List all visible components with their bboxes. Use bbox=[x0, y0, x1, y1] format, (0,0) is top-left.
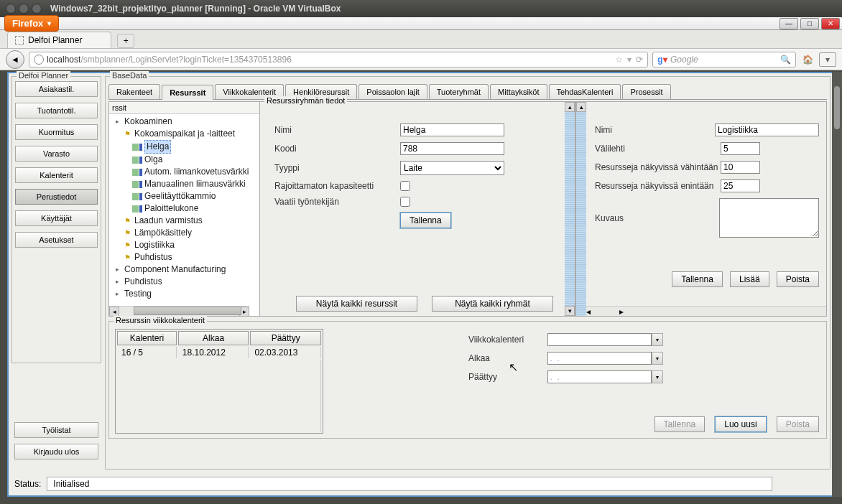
nav-kirjaudu-ulos[interactable]: Kirjaudu ulos bbox=[14, 444, 98, 459]
tree-node[interactable]: Logistiikka bbox=[112, 239, 259, 251]
tab-prosessit[interactable]: Prosessit bbox=[622, 84, 670, 99]
window-close-icon[interactable] bbox=[6, 4, 16, 14]
left-nav: Delfoi Planner Asiakastil.Tuotantotil.Ku… bbox=[11, 76, 101, 470]
vbox-titlebar: Windows7_32bit_projektityo_planner [Runn… bbox=[0, 0, 842, 17]
back-button[interactable]: ◄ bbox=[6, 50, 24, 69]
tree-node[interactable]: Lämpökäsittely bbox=[112, 227, 259, 239]
url-bar[interactable]: localhost/smbplanner/LoginServlet?loginT… bbox=[29, 52, 648, 67]
tree-node[interactable]: Geelitäyttökammio bbox=[112, 190, 259, 202]
table-row[interactable]: 16 / 5 18.10.2012 02.03.2013 bbox=[117, 347, 321, 358]
tree-node[interactable]: Laadun varmistus bbox=[112, 215, 259, 227]
textarea-group-desc[interactable] bbox=[719, 198, 819, 238]
save-resource-button[interactable]: Tallenna bbox=[400, 213, 451, 228]
nav-käyttäjät[interactable]: Käyttäjät bbox=[15, 210, 98, 226]
scroll-left-icon[interactable]: ◂ bbox=[109, 307, 119, 317]
bookmark-star-icon[interactable]: ☆ bbox=[615, 55, 623, 65]
input-start[interactable] bbox=[547, 352, 652, 365]
tree-node[interactable]: Olga bbox=[112, 154, 259, 166]
page-icon bbox=[15, 36, 24, 45]
tree-node[interactable]: Kokoamispaikat ja -laitteet bbox=[112, 128, 259, 140]
maximize-icon[interactable]: □ bbox=[800, 18, 819, 29]
tree-node[interactable]: Testing bbox=[112, 288, 259, 300]
checkbox-needs-worker[interactable] bbox=[400, 197, 410, 207]
nav-tuotantotil.[interactable]: Tuotantotil. bbox=[15, 103, 98, 118]
dropdown-icon[interactable]: ▾ bbox=[627, 55, 632, 65]
search-icon[interactable]: 🔍 bbox=[780, 55, 791, 65]
input-end[interactable] bbox=[547, 370, 652, 383]
label-koodi: Koodi bbox=[274, 144, 400, 154]
input-group-tab[interactable] bbox=[721, 142, 760, 155]
nav-perustiedot[interactable]: Perustiedot bbox=[15, 189, 98, 205]
label-tyyppi: Tyyppi bbox=[274, 163, 400, 173]
tree-hscroll[interactable]: ◂ ▸ bbox=[109, 306, 249, 316]
input-group-max[interactable] bbox=[721, 179, 760, 192]
cal-new-button[interactable]: Luo uusi bbox=[715, 416, 766, 432]
cal-col-2[interactable]: Päättyy bbox=[250, 331, 321, 345]
tree-node[interactable]: Helga bbox=[112, 140, 259, 154]
scroll-up-icon[interactable]: ▴ bbox=[576, 102, 586, 112]
select-tyyppi[interactable]: Laite bbox=[400, 161, 504, 175]
input-nimi[interactable] bbox=[400, 123, 504, 136]
group-vstripe[interactable]: ▴ bbox=[576, 102, 586, 316]
tree-node[interactable]: Manuaalinen liimausvärkki bbox=[112, 178, 259, 190]
show-all-groups-button[interactable]: Näytä kaikki ryhmät bbox=[432, 296, 553, 312]
status-bar: Status: Initialised bbox=[11, 475, 831, 493]
window-max-icon[interactable] bbox=[32, 4, 42, 14]
group-delete-button[interactable]: Poista bbox=[777, 271, 819, 287]
dropdown-icon[interactable]: ▾ bbox=[652, 352, 663, 365]
google-icon: g▾ bbox=[657, 55, 667, 65]
reload-icon[interactable]: ⟳ bbox=[636, 55, 643, 65]
tree-node[interactable]: Autom. liimankovetusvärkki bbox=[112, 166, 259, 178]
cal-col-0[interactable]: Kalenteri bbox=[117, 331, 177, 345]
nav-asiakastil.[interactable]: Asiakastil. bbox=[15, 81, 98, 97]
nav-kalenterit[interactable]: Kalenterit bbox=[15, 167, 98, 183]
tab-poissaolon lajit[interactable]: Poissaolon lajit bbox=[358, 84, 427, 99]
tab-tuoteryhmät[interactable]: Tuoteryhmät bbox=[429, 84, 489, 99]
group-save-button[interactable]: Tallenna bbox=[672, 271, 723, 287]
nav-asetukset[interactable]: Asetukset bbox=[15, 232, 98, 248]
new-tab-button[interactable]: + bbox=[117, 34, 134, 48]
input-group-min[interactable] bbox=[721, 161, 760, 174]
tree-node[interactable]: Kokoaminen bbox=[112, 116, 259, 128]
checkbox-unlimited[interactable] bbox=[400, 181, 410, 191]
os-scrollbar[interactable] bbox=[832, 72, 842, 497]
cal-col-1[interactable]: Alkaa bbox=[178, 331, 249, 345]
tab-mittayksiköt[interactable]: Mittayksiköt bbox=[490, 84, 547, 99]
nav-varasto[interactable]: Varasto bbox=[15, 146, 98, 162]
tab-resurssit[interactable]: Resurssit bbox=[162, 85, 213, 100]
scroll-up-icon[interactable]: ▴ bbox=[565, 102, 575, 112]
scroll-down-icon[interactable]: ▾ bbox=[565, 306, 575, 316]
input-koodi[interactable] bbox=[400, 142, 504, 155]
scroll-right-icon[interactable]: ▸ bbox=[619, 307, 624, 316]
nav-työlistat[interactable]: Työlistat bbox=[14, 422, 98, 438]
form-vscroll[interactable]: ▴ ▾ bbox=[565, 102, 575, 316]
dropdown-icon[interactable]: ▾ bbox=[652, 370, 663, 383]
tree-node[interactable]: Component Manufacturing bbox=[112, 263, 259, 276]
search-bar[interactable]: g▾ Google 🔍 bbox=[652, 52, 796, 67]
input-group-nimi[interactable] bbox=[715, 123, 819, 136]
firefox-menu-button[interactable]: Firefox bbox=[4, 15, 59, 32]
tree-node[interactable]: Paloittelukone bbox=[112, 202, 259, 215]
main-tabs: RakenteetResurssitViikkokalenteritHenkil… bbox=[108, 84, 827, 100]
bookmarks-icon[interactable]: ▾ bbox=[819, 52, 836, 67]
tree-node[interactable]: Puhdistus bbox=[112, 251, 259, 263]
dropdown-icon[interactable]: ▾ bbox=[652, 333, 663, 346]
resource-tree[interactable]: rssit KokoaminenKokoamispaikat ja -laitt… bbox=[108, 101, 259, 317]
calendar-table[interactable]: Kalenteri Alkaa Päättyy 16 / 5 18.10.201… bbox=[115, 329, 323, 434]
show-all-resources-button[interactable]: Näytä kaikki resurssit bbox=[296, 296, 417, 312]
tab-rakenteet[interactable]: Rakenteet bbox=[108, 84, 160, 99]
window-min-icon[interactable] bbox=[19, 4, 29, 14]
tab-tehdaskalenteri[interactable]: TehdasKalenteri bbox=[549, 84, 621, 99]
group-add-button[interactable]: Lisää bbox=[730, 271, 769, 287]
resource-form: ▴ ▾ Resurssiryhmän tiedot Nimi Koodi Tyy… bbox=[259, 101, 575, 317]
home-icon[interactable]: 🏠 bbox=[800, 52, 815, 67]
group-hscroll[interactable]: ◂ ▸ bbox=[586, 306, 826, 316]
close-icon[interactable]: ✕ bbox=[821, 18, 840, 29]
folder-ico-icon bbox=[112, 266, 122, 274]
tree-node[interactable]: Puhdistus bbox=[112, 276, 259, 288]
browser-tab[interactable]: Delfoi Planner bbox=[7, 32, 111, 48]
nav-kuormitus[interactable]: Kuormitus bbox=[15, 124, 98, 140]
minimize-icon[interactable]: — bbox=[779, 18, 798, 29]
select-weekcal[interactable] bbox=[547, 333, 652, 346]
machine-ico-icon bbox=[122, 217, 132, 225]
